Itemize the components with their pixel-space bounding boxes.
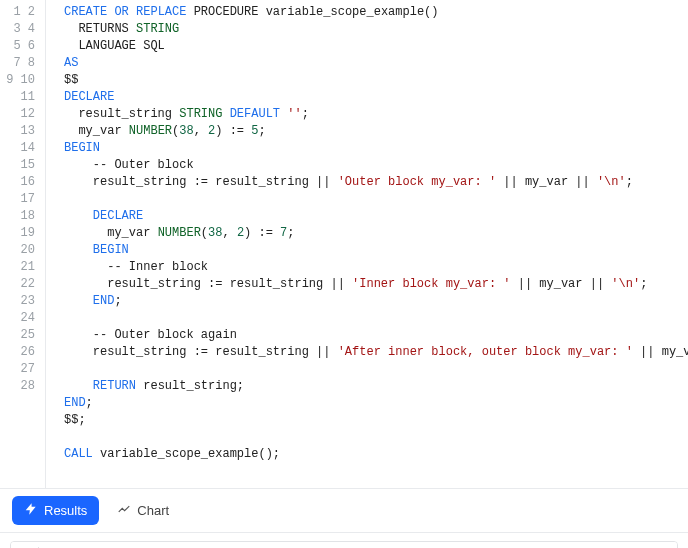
- chart-line-icon: [117, 502, 131, 519]
- column-header[interactable]: VARIABLE_SCOPE_EXAMPLE ···: [39, 542, 677, 548]
- lightning-icon: [24, 502, 38, 519]
- results-panel: VARIABLE_SCOPE_EXAMPLE ··· 1 Outer block…: [0, 532, 688, 548]
- code-area[interactable]: CREATE OR REPLACE PROCEDURE variable_sco…: [46, 0, 688, 488]
- results-toolbar: Results Chart: [0, 488, 688, 532]
- line-number-gutter: 1 2 3 4 5 6 7 8 9 10 11 12 13 14 15 16 1…: [0, 0, 46, 488]
- results-tab-label: Results: [44, 503, 87, 518]
- results-tab-button[interactable]: Results: [12, 496, 99, 525]
- code-editor[interactable]: 1 2 3 4 5 6 7 8 9 10 11 12 13 14 15 16 1…: [0, 0, 688, 488]
- results-header-row: VARIABLE_SCOPE_EXAMPLE ···: [11, 542, 677, 548]
- chart-tab-button[interactable]: Chart: [117, 502, 169, 519]
- chart-tab-label: Chart: [137, 503, 169, 518]
- results-table: VARIABLE_SCOPE_EXAMPLE ··· 1 Outer block…: [10, 541, 678, 548]
